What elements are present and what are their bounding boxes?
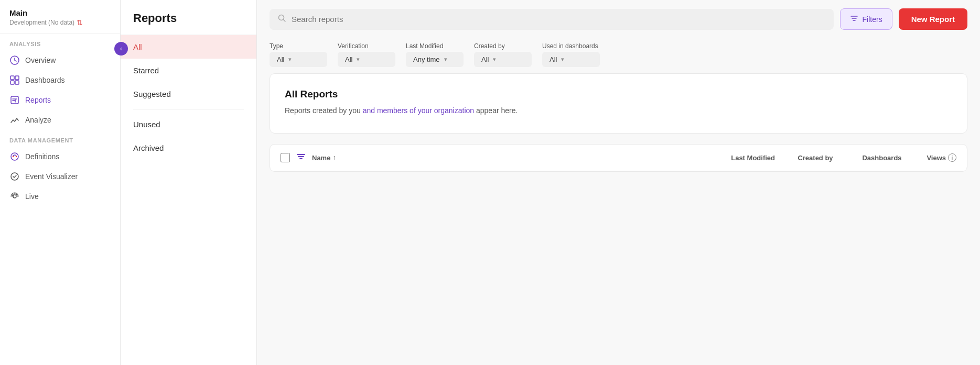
live-label: Live [25, 192, 39, 201]
dashboards-label: Dashboards [25, 76, 65, 84]
sidebar-item-live[interactable]: Live [0, 186, 120, 206]
chevron-updown-icon[interactable]: ⇅ [77, 18, 83, 27]
reports-table: Name ↑ Last Modified Created by Dashboar… [270, 144, 967, 172]
collapse-icon: ‹ [120, 45, 122, 52]
sidebar-section-data-management: Data Management Definitions Event Visual… [0, 130, 120, 206]
report-categories-panel: Reports All Starred Suggested Unused Arc… [121, 0, 257, 365]
table-col-views[interactable]: Views i [914, 153, 956, 162]
data-management-section-label: Data Management [0, 130, 120, 147]
table-col-name[interactable]: Name ↑ [312, 154, 701, 162]
filter-type-label: Type [270, 42, 327, 50]
filter-dashboards-label: Used in dashboards [542, 42, 600, 50]
all-reports-desc-plain: Reports created by you [285, 106, 363, 115]
select-all-checkbox[interactable] [281, 153, 290, 162]
filters-button[interactable]: Filters [840, 8, 892, 30]
search-input[interactable] [292, 15, 825, 24]
all-reports-desc-suffix: appear here. [474, 106, 518, 115]
sidebar-item-analyze[interactable]: Analyze [0, 110, 120, 130]
app-subtitle: Development (No data) ⇅ [9, 18, 111, 27]
filter-last-modified-chevron-icon: ▾ [444, 56, 447, 63]
filter-last-modified-value: Any time [413, 56, 440, 63]
cat-divider [133, 109, 244, 109]
svg-rect-5 [11, 96, 18, 104]
analyze-icon [9, 115, 20, 125]
definitions-label: Definitions [25, 152, 59, 161]
all-reports-desc-link[interactable]: and members of your organization [363, 106, 474, 115]
table-filter-icon[interactable] [296, 152, 306, 163]
cat-unused-label: Unused [133, 120, 160, 129]
reports-nav-label: Reports [25, 96, 51, 104]
table-col-created-by[interactable]: Created by [781, 154, 849, 162]
filter-dashboards-select[interactable]: All ▾ [542, 52, 600, 67]
svg-point-7 [13, 156, 14, 157]
filter-verification: Verification All ▾ [338, 42, 395, 67]
table-col-last-modified[interactable]: Last Modified [707, 154, 775, 162]
main-toolbar: Filters New Report [257, 0, 980, 38]
reports-panel-title: Reports [121, 0, 256, 35]
cat-suggested-label: Suggested [133, 90, 171, 98]
table-header: Name ↑ Last Modified Created by Dashboar… [270, 145, 967, 171]
svg-point-8 [16, 156, 17, 157]
sidebar-item-definitions[interactable]: Definitions [0, 147, 120, 167]
filters-icon [850, 14, 858, 24]
cat-item-unused[interactable]: Unused [121, 113, 256, 136]
svg-point-6 [11, 153, 18, 160]
filter-type-select[interactable]: All ▾ [270, 52, 327, 67]
filter-last-modified-select[interactable]: Any time ▾ [406, 52, 464, 67]
definitions-icon [9, 151, 20, 162]
filter-created-by-select[interactable]: All ▾ [474, 52, 532, 67]
sidebar-item-event-visualizer[interactable]: Event Visualizer [0, 167, 120, 186]
overview-label: Overview [25, 56, 56, 64]
col-views-label: Views [927, 154, 946, 162]
filter-created-by-chevron-icon: ▾ [493, 56, 496, 63]
filter-verification-chevron-icon: ▾ [357, 56, 360, 63]
sidebar-header: Main Development (No data) ⇅ [0, 0, 120, 34]
filter-verification-select[interactable]: All ▾ [338, 52, 395, 67]
filter-dashboards-value: All [550, 56, 557, 63]
live-icon [9, 191, 20, 202]
col-last-modified-label: Last Modified [731, 154, 775, 162]
views-info-icon[interactable]: i [948, 153, 956, 162]
cat-starred-label: Starred [133, 66, 159, 75]
sidebar-collapse-button[interactable]: ‹ [114, 42, 128, 56]
reports-icon [9, 95, 20, 105]
app-name: Main [9, 8, 111, 17]
cat-item-archived[interactable]: Archived [121, 136, 256, 160]
filter-last-modified-label: Last Modified [406, 42, 464, 50]
cat-item-suggested[interactable]: Suggested [121, 82, 256, 106]
all-reports-description: Reports created by you and members of yo… [285, 105, 952, 116]
cat-all-label: All [133, 42, 142, 51]
analyze-label: Analyze [25, 116, 51, 124]
filter-verification-label: Verification [338, 42, 395, 50]
sidebar-item-dashboards[interactable]: Dashboards [0, 70, 120, 90]
cat-item-all[interactable]: All [121, 35, 256, 59]
new-report-button[interactable]: New Report [899, 8, 967, 30]
col-name-label: Name [312, 154, 330, 162]
content-area: All Reports Reports created by you and m… [257, 73, 980, 365]
overview-icon [9, 55, 20, 65]
svg-rect-2 [15, 76, 19, 80]
sort-ascending-icon: ↑ [332, 154, 336, 161]
event-visualizer-icon [9, 171, 20, 182]
sidebar-item-reports[interactable]: Reports [0, 90, 120, 110]
filters-row: Type All ▾ Verification All ▾ Last Modif… [257, 38, 980, 73]
all-reports-card: All Reports Reports created by you and m… [270, 73, 967, 134]
filter-used-in-dashboards: Used in dashboards All ▾ [542, 42, 600, 67]
analysis-section-label: Analysis [0, 34, 120, 50]
search-bar[interactable] [270, 9, 834, 30]
all-reports-title: All Reports [285, 89, 952, 100]
svg-rect-3 [10, 81, 14, 84]
new-report-label: New Report [911, 15, 955, 24]
filter-last-modified: Last Modified Any time ▾ [406, 42, 464, 67]
svg-point-10 [13, 195, 16, 198]
filter-created-by-label: Created by [474, 42, 532, 50]
sidebar-item-overview[interactable]: Overview [0, 50, 120, 70]
table-col-dashboards[interactable]: Dashboards [856, 154, 908, 162]
cat-item-starred[interactable]: Starred [121, 59, 256, 82]
filter-type-value: All [277, 56, 284, 63]
filters-label: Filters [863, 15, 882, 24]
dashboards-icon [9, 75, 20, 85]
sidebar: Main Development (No data) ⇅ Analysis Ov… [0, 0, 121, 365]
main-content: Filters New Report Type All ▾ Verificati… [257, 0, 980, 365]
filter-type-chevron-icon: ▾ [288, 56, 292, 63]
